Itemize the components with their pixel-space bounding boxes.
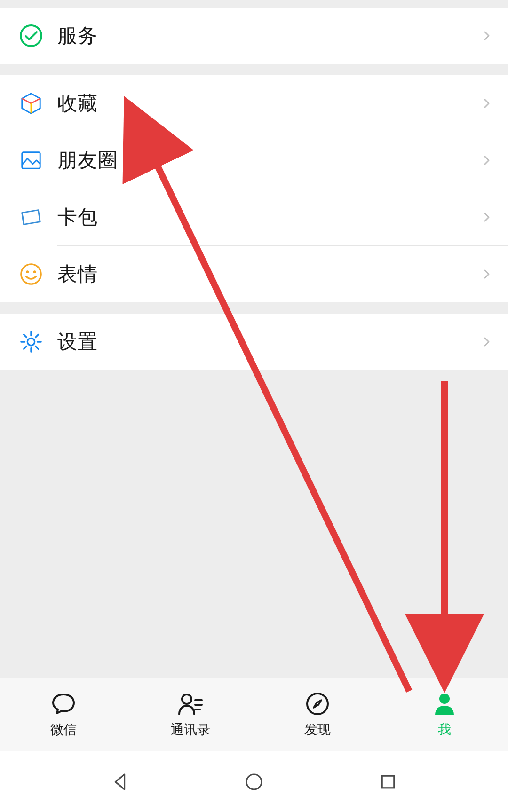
chat-bubble-icon: [50, 691, 77, 717]
row-settings-label: 设置: [57, 329, 480, 355]
tab-contacts[interactable]: 通讯录: [127, 691, 254, 739]
svg-line-13: [36, 335, 39, 338]
svg-rect-21: [382, 776, 394, 788]
chevron-right-icon: [480, 96, 494, 110]
system-nav-bar: [0, 751, 508, 812]
nav-back-icon[interactable]: [106, 768, 134, 796]
svg-point-3: [26, 270, 29, 273]
row-moments[interactable]: 朋友圈: [0, 132, 508, 189]
moments-icon: [19, 148, 43, 173]
nav-recent-icon[interactable]: [374, 768, 402, 796]
svg-line-10: [24, 335, 27, 338]
spacer: [0, 64, 508, 75]
row-stickers-label: 表情: [57, 261, 480, 287]
stickers-icon: [19, 262, 43, 286]
row-moments-label: 朋友圈: [57, 147, 480, 173]
svg-point-20: [246, 774, 262, 789]
section-middle: 收藏 朋友圈: [0, 75, 508, 302]
tab-chats-label: 微信: [50, 721, 77, 739]
svg-point-14: [182, 694, 191, 704]
svg-point-0: [21, 25, 41, 46]
row-cards[interactable]: 卡包: [0, 189, 508, 245]
tab-bar: 微信 通讯录 发现: [0, 678, 508, 751]
row-stickers[interactable]: 表情: [0, 246, 508, 302]
compass-icon: [304, 691, 331, 717]
tab-chats[interactable]: 微信: [0, 691, 127, 739]
row-services[interactable]: 服务: [0, 8, 508, 64]
contacts-icon: [177, 691, 204, 717]
tab-me-label: 我: [438, 721, 451, 739]
svg-point-2: [21, 264, 41, 284]
chevron-right-icon: [480, 210, 494, 224]
spacer: [0, 302, 508, 314]
svg-point-18: [307, 694, 328, 714]
tab-me[interactable]: 我: [381, 691, 508, 739]
section-services: 服务: [0, 8, 508, 64]
row-settings[interactable]: 设置: [0, 314, 508, 370]
settings-icon: [19, 330, 43, 354]
row-favorites[interactable]: 收藏: [0, 75, 508, 132]
spacer: [0, 0, 508, 8]
svg-point-19: [439, 694, 450, 704]
chevron-right-icon: [480, 335, 494, 349]
chevron-right-icon: [480, 267, 494, 281]
nav-home-icon[interactable]: [240, 768, 268, 796]
person-icon: [431, 691, 458, 717]
row-services-label: 服务: [57, 23, 480, 49]
favorites-icon: [19, 91, 43, 116]
services-icon: [19, 24, 43, 48]
tab-discover-label: 发现: [304, 721, 331, 739]
svg-point-5: [27, 338, 34, 345]
cards-icon: [19, 205, 43, 229]
svg-point-4: [33, 270, 36, 273]
section-settings: 设置: [0, 314, 508, 370]
chevron-right-icon: [480, 29, 494, 43]
row-favorites-label: 收藏: [57, 90, 480, 117]
row-cards-label: 卡包: [57, 204, 480, 230]
svg-line-12: [24, 347, 27, 349]
tab-discover[interactable]: 发现: [254, 691, 381, 739]
tab-contacts-label: 通讯录: [171, 721, 210, 739]
svg-line-11: [36, 347, 39, 349]
chevron-right-icon: [480, 153, 494, 167]
content-filler: [0, 370, 508, 678]
